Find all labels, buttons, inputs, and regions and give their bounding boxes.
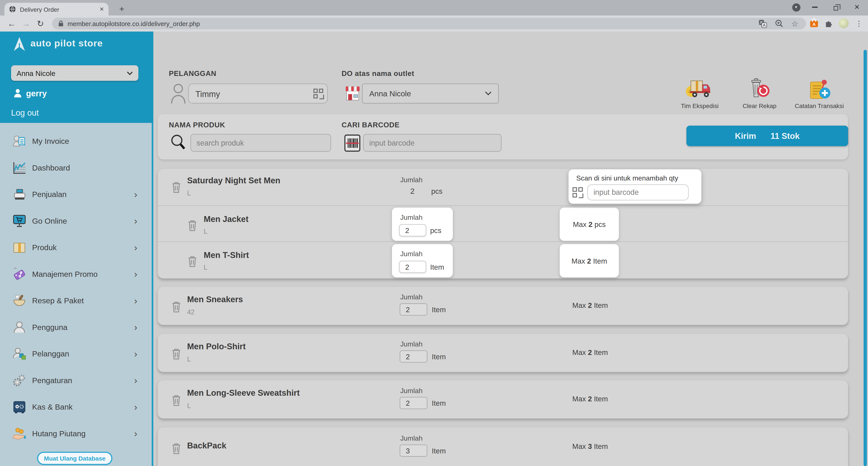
trash-icon[interactable] <box>172 181 181 193</box>
customer-icon <box>12 346 27 361</box>
trash-icon[interactable] <box>172 394 181 406</box>
chevron-right-icon: › <box>134 216 137 225</box>
logo-paper-plane-icon <box>12 36 27 52</box>
product-card: Men Sneakers 42 Jumlah Item Max 2 Item <box>158 287 848 325</box>
new-tab-button[interactable]: + <box>116 3 127 14</box>
tab-close-icon[interactable]: ✕ <box>99 6 104 12</box>
page-scrollbar-thumb[interactable] <box>864 50 867 466</box>
qty-highlight-box: Jumlah Item <box>392 244 453 277</box>
sidebar-item-kas-bank[interactable]: Kas & Bank › <box>0 394 152 420</box>
browser-tab[interactable]: Delivery Order ✕ <box>4 3 108 15</box>
tab-title: Delivery Order <box>20 6 96 12</box>
minimize-button[interactable] <box>809 2 820 12</box>
reload-button[interactable]: ↻ <box>34 18 46 30</box>
reload-database-button[interactable]: Muat Ulang Database <box>37 452 113 465</box>
cari-barcode-input[interactable] <box>363 134 502 152</box>
mortar-pestle-icon <box>12 293 27 308</box>
max-qty-text: Max 2 Item <box>560 348 621 356</box>
chevron-right-icon: › <box>134 269 137 279</box>
product-row: Saturday Night Set Men L Jumlah 2 pcs <box>158 169 848 205</box>
chevron-right-icon: › <box>134 376 137 385</box>
sidebar-item-manajemen-promo[interactable]: Manajemen Promo › <box>0 261 152 287</box>
zoom-icon[interactable] <box>775 19 783 28</box>
store-extension-icon[interactable]: A <box>809 18 819 28</box>
online-shop-monitor-icon <box>12 214 27 228</box>
sidebar-item-pengaturan[interactable]: Pengaturan › <box>0 367 152 394</box>
trash-icon[interactable] <box>188 255 197 267</box>
chevron-right-icon: › <box>134 243 137 252</box>
product-row: Men Long-Sleeve Sweatshirt L Jumlah Item… <box>158 380 848 418</box>
search-icon <box>170 134 186 151</box>
kirim-stock-count: 11 Stok <box>771 131 800 141</box>
lock-icon <box>58 20 64 27</box>
browser-menu-icon[interactable]: ⋮ <box>855 19 862 28</box>
qty-value: 2 <box>406 187 419 195</box>
logout-link[interactable]: Log out <box>11 108 39 117</box>
max-highlight-box: Max 2 Item <box>560 244 619 277</box>
trash-icon[interactable] <box>172 442 181 455</box>
tim-ekspedisi-button[interactable]: Tim Ekspedisi <box>672 78 727 109</box>
catatan-transaksi-button[interactable]: Catatan Transaksi <box>792 78 847 109</box>
url-bar[interactable]: member.autopilotstore.co.id/delivery_ord… <box>52 18 806 30</box>
cari-barcode-label: CARI BARCODE <box>341 121 399 129</box>
qty-input[interactable] <box>400 350 427 363</box>
person-outline-icon <box>170 83 186 104</box>
nama-produk-label: NAMA PRODUK <box>169 121 225 129</box>
trash-icon[interactable] <box>172 301 181 313</box>
sidebar-item-resep-paket[interactable]: Resep & Paket › <box>0 287 152 314</box>
tooltip-barcode-input[interactable] <box>587 184 689 200</box>
qty-input[interactable] <box>400 303 427 315</box>
sidebar-item-dashboard[interactable]: Dashboard <box>0 154 152 181</box>
scan-qty-tooltip: Scan di sini untuk menambah qty <box>569 169 702 204</box>
qty-input[interactable] <box>399 224 426 236</box>
globe-icon <box>9 6 16 13</box>
sidebar-item-pelanggan[interactable]: Pelanggan › <box>0 340 152 367</box>
qty-input[interactable] <box>400 397 427 409</box>
trash-icon[interactable] <box>172 347 181 360</box>
profile-avatar[interactable] <box>839 18 849 28</box>
gears-icon <box>12 373 27 387</box>
search-produk-input[interactable] <box>190 134 331 152</box>
qty-highlight-box: Jumlah pcs <box>392 208 453 241</box>
trash-icon[interactable] <box>188 219 197 231</box>
max-qty-text: Max 2 Item <box>560 395 621 403</box>
browser-status-button[interactable]: ▼ <box>790 2 802 12</box>
product-card: Men Long-Sleeve Sweatshirt L Jumlah Item… <box>158 380 848 418</box>
sidebar-item-produk[interactable]: Produk › <box>0 234 152 260</box>
translate-icon[interactable] <box>759 19 768 28</box>
chevron-right-icon: › <box>134 322 137 332</box>
qr-scan-icon[interactable] <box>313 88 324 100</box>
back-button[interactable]: ← <box>6 18 18 30</box>
max-qty-text: Max 3 Item <box>560 442 621 451</box>
sidebar-item-my-invoice[interactable]: My Invoice <box>0 128 152 154</box>
barcode-icon <box>344 134 360 152</box>
note-add-icon <box>807 78 831 101</box>
person-icon <box>12 320 27 334</box>
chevron-right-icon: › <box>134 402 137 411</box>
qty-input[interactable] <box>399 261 426 273</box>
restore-button[interactable] <box>831 3 841 13</box>
sidebar-item-hutang-piutang[interactable]: Hutang Piutang › <box>0 420 152 447</box>
chevron-right-icon: › <box>134 429 137 438</box>
close-button[interactable]: ✕ <box>851 2 863 12</box>
sidebar-outlet-select[interactable]: Anna Nicole <box>11 65 138 81</box>
qty-input[interactable] <box>400 444 427 457</box>
max-qty-text: Max 2 pcs <box>573 220 606 228</box>
pelanggan-input[interactable] <box>188 84 328 103</box>
bookmark-star-icon[interactable]: ☆ <box>791 19 798 28</box>
sidebar-item-penjualan[interactable]: Penjualan › <box>0 181 152 208</box>
kirim-label: Kirim <box>735 131 756 141</box>
qty-unit: Item <box>432 352 446 361</box>
product-row: Men Polo-Shirt L Jumlah Item Max 2 Item <box>158 334 848 372</box>
sidebar-item-pengguna[interactable]: Pengguna › <box>0 314 152 340</box>
box-icon <box>12 240 27 254</box>
extensions-puzzle-icon[interactable] <box>824 19 833 28</box>
clear-rekap-button[interactable]: Clear Rekap <box>732 78 787 109</box>
max-highlight-box: Max 2 pcs <box>560 208 619 241</box>
sidebar-item-go-online[interactable]: Go Online › <box>0 208 152 234</box>
browser-frame: Delivery Order ✕ + ▼ ✕ <box>0 0 868 15</box>
kirim-button[interactable]: Kirim 11 Stok <box>686 126 848 146</box>
forward-button[interactable]: → <box>20 18 32 30</box>
do-outlet-select[interactable]: Anna Nicole <box>362 84 499 103</box>
chevron-down-icon <box>485 91 492 96</box>
